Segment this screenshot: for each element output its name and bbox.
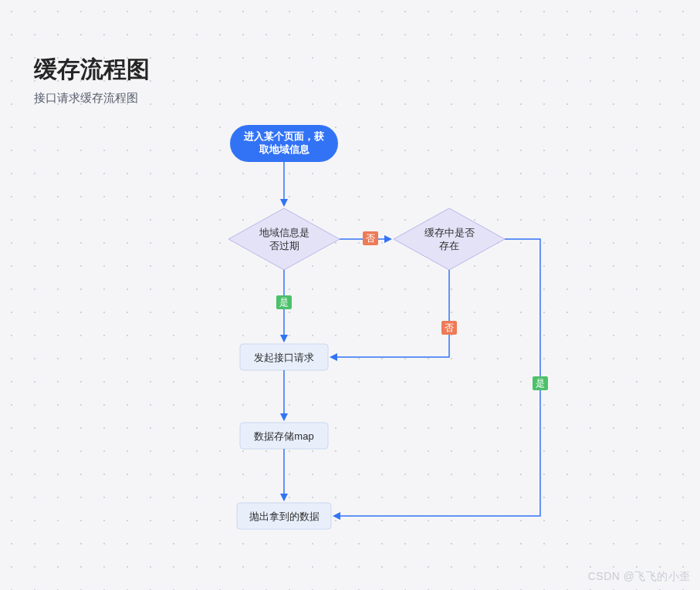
svg-text:抛出拿到的数据: 抛出拿到的数据 (249, 511, 320, 522)
node-start: 进入某个页面，获 取地域信息 (230, 125, 338, 162)
svg-text:是: 是 (536, 378, 545, 389)
flowchart-canvas: 进入某个页面，获 取地域信息 地域信息是 否过期 否 缓存中是否 存在 是 发起… (0, 0, 700, 590)
svg-text:存在: 存在 (439, 240, 459, 251)
edge-decision2-yes (334, 239, 540, 516)
node-process-emit-data: 抛出拿到的数据 (237, 503, 331, 529)
svg-text:否过期: 否过期 (269, 240, 299, 251)
svg-marker-3 (228, 208, 340, 270)
svg-text:地域信息是: 地域信息是 (259, 227, 309, 238)
svg-marker-8 (394, 208, 505, 270)
svg-text:发起接口请求: 发起接口请求 (254, 352, 314, 363)
watermark: CSDN @飞飞的小歪 (588, 570, 691, 584)
svg-text:取地域信息: 取地域信息 (259, 143, 310, 155)
edge-label-yes-2: 是 (533, 376, 548, 390)
node-process-api-request: 发起接口请求 (240, 344, 328, 370)
svg-text:数据存储map: 数据存储map (254, 430, 313, 442)
node-process-store-map: 数据存储map (240, 423, 328, 449)
edge-label-yes-1: 是 (276, 295, 292, 309)
svg-text:是: 是 (279, 297, 289, 308)
edge-label-no-1: 否 (363, 231, 378, 245)
svg-text:进入某个页面，获: 进入某个页面，获 (243, 130, 324, 142)
svg-text:否: 否 (366, 233, 375, 244)
svg-text:否: 否 (445, 322, 454, 333)
edge-label-no-2: 否 (441, 321, 457, 335)
node-decision-region-expired: 地域信息是 否过期 (228, 208, 340, 270)
node-decision-cache-exists: 缓存中是否 存在 (394, 208, 505, 270)
edge-decision2-no (331, 270, 449, 357)
svg-text:缓存中是否: 缓存中是否 (424, 227, 475, 238)
